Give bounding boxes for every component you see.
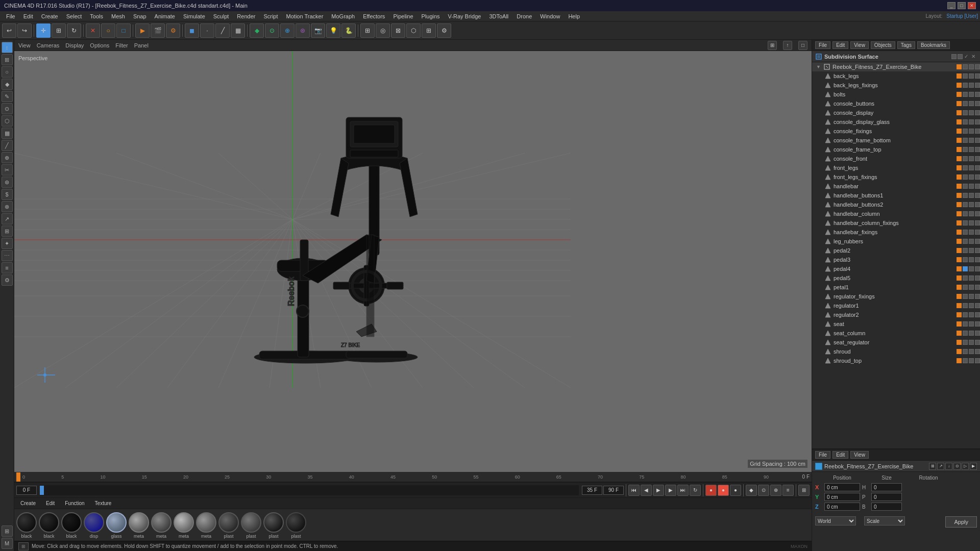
menu-tools[interactable]: Tools <box>86 12 107 20</box>
root-object-item[interactable]: ▼ Reebok_Fitness_Z7_Exercise_Bike <box>812 62 980 71</box>
obj-pedal4[interactable]: pedal4 <box>812 264 980 273</box>
loop-btn[interactable]: ↻ <box>690 485 701 496</box>
material-black1[interactable]: black <box>16 512 37 539</box>
menu-plugins[interactable]: Plugins <box>418 12 444 20</box>
grid-btn[interactable]: ⊞ <box>422 23 436 38</box>
edge-mode-btn[interactable]: ╱ <box>215 23 230 38</box>
obj-console-fixings[interactable]: console_fixings <box>812 127 980 136</box>
left-tool-bottom-1[interactable]: ⊞ <box>2 525 13 537</box>
viewport[interactable]: Reebok Z7 BIKE <box>14 51 812 472</box>
timeline-track[interactable] <box>40 485 579 495</box>
undo-btn[interactable]: ↩ <box>2 23 16 38</box>
menu-help[interactable]: Help <box>564 12 584 20</box>
select-all-btn[interactable]: ✕ <box>86 23 100 38</box>
coord-z-input[interactable] <box>824 503 860 511</box>
minimize-btn[interactable]: _ <box>947 2 955 9</box>
autokey-btn[interactable]: ⊙ <box>758 485 769 496</box>
left-tool-1[interactable]: ⊞ <box>2 54 13 65</box>
active-obj-btn4[interactable]: ⊙ <box>953 463 961 470</box>
coord-file-btn[interactable]: File <box>815 451 830 459</box>
obj-petal1[interactable]: petal1 <box>812 283 980 292</box>
left-tool-15[interactable]: ⊞ <box>2 226 13 237</box>
scale-tool-btn[interactable]: ⊞ <box>52 23 66 38</box>
close-btn[interactable]: ✕ <box>968 2 976 9</box>
menu-script[interactable]: Script <box>259 12 282 20</box>
viewport-expand-btn[interactable]: ⊞ <box>768 41 777 50</box>
material-plast4[interactable]: plast <box>286 512 306 539</box>
left-tool-2[interactable]: ○ <box>2 66 13 78</box>
menu-render[interactable]: Render <box>233 12 259 20</box>
material-glass[interactable]: glass <box>106 512 127 539</box>
obj-leg-rubbers[interactable]: leg_rubbers <box>812 237 980 246</box>
obj-regulator2[interactable]: regulator2 <box>812 310 980 319</box>
render-settings-btn[interactable]: ⚙ <box>166 23 180 38</box>
left-tool-17[interactable]: ⋯ <box>2 250 13 261</box>
obj-back-legs[interactable]: back_legs <box>812 71 980 81</box>
obj-bolts[interactable]: bolts <box>812 90 980 99</box>
mat-texture-btn[interactable]: Texture <box>92 500 115 507</box>
render-btn[interactable]: 🎬 <box>151 23 165 38</box>
left-tool-12[interactable]: $ <box>2 189 13 200</box>
poly-mode-btn[interactable]: ▦ <box>231 23 245 38</box>
viewport-menu-display[interactable]: Display <box>65 42 84 48</box>
end-frame-input[interactable] <box>603 486 624 495</box>
left-tool-19[interactable]: ⚙ <box>2 274 13 286</box>
obj-pedal5[interactable]: pedal5 <box>812 273 980 283</box>
obj-console-frame-top[interactable]: console_frame_top <box>812 145 980 154</box>
geo-btn[interactable]: ⬡ <box>406 23 421 38</box>
subdiv-surface-row[interactable]: Subdivision Surface ✓ ✕ <box>812 51 980 62</box>
coord-world-select[interactable]: World Object <box>815 516 856 525</box>
move-tool-btn[interactable]: ✛ <box>36 23 51 38</box>
left-tool-7[interactable]: ▦ <box>2 128 13 139</box>
viewport-fullscreen-btn[interactable]: □ <box>798 41 807 50</box>
material-meta1[interactable]: meta <box>129 512 149 539</box>
obj-console-buttons[interactable]: console_buttons <box>812 99 980 108</box>
goto-end-btn[interactable]: ⏭ <box>677 485 689 496</box>
record-btn[interactable]: ● <box>705 485 717 496</box>
render-view-btn[interactable]: ▶ <box>135 23 150 38</box>
select-circle-btn[interactable]: ○ <box>101 23 115 38</box>
obj-seat-column[interactable]: seat_column <box>812 329 980 338</box>
obj-regulator1[interactable]: regulator1 <box>812 301 980 310</box>
mat-edit-btn[interactable]: Edit <box>43 500 58 507</box>
rotate-tool-btn[interactable]: ↻ <box>67 23 81 38</box>
goto-start-btn[interactable]: ⏮ <box>628 485 640 496</box>
coord-p-input[interactable] <box>871 493 902 501</box>
left-tool-8[interactable]: ╱ <box>2 140 13 151</box>
active-obj-btn1[interactable]: ⊞ <box>929 463 936 470</box>
menu-motion-tracker[interactable]: Motion Tracker <box>282 12 328 20</box>
left-tool-10[interactable]: ✂ <box>2 164 13 176</box>
obj-console-front[interactable]: console_front <box>812 154 980 163</box>
snap-btn[interactable]: ⊞ <box>360 23 375 38</box>
obj-console-display[interactable]: console_display <box>812 108 980 117</box>
coord-y-input[interactable] <box>824 493 860 501</box>
menu-snap[interactable]: Snap <box>129 12 151 20</box>
active-obj-btn2[interactable]: ↗ <box>937 463 944 470</box>
maximize-btn[interactable]: □ <box>958 2 966 9</box>
viewport-camera-btn[interactable]: ↑ <box>783 41 792 50</box>
mat-function-btn[interactable]: Function <box>62 500 87 507</box>
obj-mode-btn[interactable]: ◼ <box>185 23 199 38</box>
left-tool-bottom-2[interactable]: M <box>2 538 13 549</box>
left-tool-18[interactable]: ≡ <box>2 262 13 273</box>
obj-handlebar-buttons2[interactable]: handlebar_buttons2 <box>812 200 980 209</box>
active-obj-btn3[interactable]: ↓ <box>945 463 952 470</box>
start-frame-input[interactable] <box>16 486 37 495</box>
coord-view-btn[interactable]: View <box>850 451 869 459</box>
material-black3[interactable]: black <box>61 512 82 539</box>
new-cam-btn[interactable]: 📷 <box>311 23 325 38</box>
left-tool-4[interactable]: ✎ <box>2 91 13 102</box>
obj-handlebar-buttons1[interactable]: handlebar_buttons1 <box>812 191 980 200</box>
python-btn[interactable]: 🐍 <box>341 23 356 38</box>
left-tool-11[interactable]: ⊛ <box>2 177 13 188</box>
left-tool-13[interactable]: ⊗ <box>2 201 13 212</box>
coord-edit-btn[interactable]: Edit <box>832 451 848 459</box>
obj-edit-btn[interactable]: Edit <box>832 41 848 49</box>
material-plast1[interactable]: plast <box>218 512 239 539</box>
obj-handlebar-fixings[interactable]: handlebar_fixings <box>812 228 980 237</box>
coord-h-input[interactable] <box>871 483 902 491</box>
config-btn[interactable]: ⚙ <box>437 23 451 38</box>
menu-file[interactable]: File <box>2 12 19 20</box>
menu-create[interactable]: Create <box>37 12 62 20</box>
obj-back-legs-fixings[interactable]: back_legs_fixings <box>812 81 980 90</box>
